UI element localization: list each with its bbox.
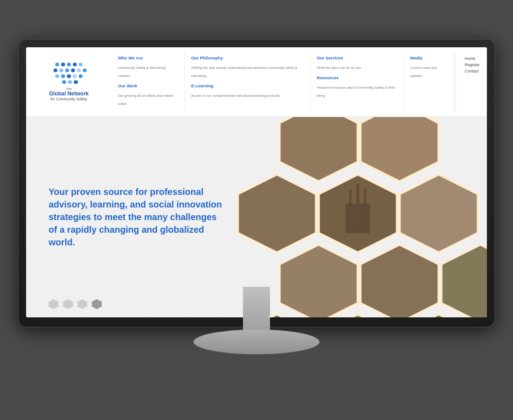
nav-sub-resources: Resources Featured resources about Commu… <box>317 75 397 99</box>
svg-rect-28 <box>352 211 357 221</box>
honeycomb-svg <box>220 117 487 317</box>
svg-rect-27 <box>346 203 370 233</box>
nav-desc-who-we-are: Community Safety & Well-being Leaders <box>118 66 166 78</box>
svg-marker-14 <box>360 244 438 317</box>
monitor-screen: The Global Network for Community Safety … <box>26 47 487 317</box>
nav-sub-elearning: E-Learning Access to our comprehensive w… <box>191 83 304 99</box>
site-header: The Global Network for Community Safety … <box>26 47 487 117</box>
monitor-stand-base <box>194 330 320 354</box>
nav-title-resources[interactable]: Resources <box>317 75 397 80</box>
pagination-area <box>49 299 102 309</box>
nav-link-register[interactable]: Register <box>464 63 480 67</box>
nav-desc-elearning: Access to our comprehensive web-based le… <box>191 94 280 98</box>
nav-title-elearning[interactable]: E-Learning <box>191 83 304 88</box>
website-container: The Global Network for Community Safety … <box>26 47 487 317</box>
nav-sub-our-work: Our Work Our growing list of clients and… <box>118 83 178 107</box>
nav-title-philosophy[interactable]: Our Philosophy <box>191 55 304 60</box>
nav-divider <box>455 52 456 112</box>
nav-col-philosophy: Our Philosophy Shifting the way society … <box>185 52 310 112</box>
nav-title-our-work[interactable]: Our Work <box>118 83 178 88</box>
logo-area: The Global Network for Community Safety <box>26 47 112 117</box>
nav-desc-resources: Featured resources about Community Safet… <box>317 86 396 98</box>
monitor-shell: The Global Network for Community Safety … <box>18 39 495 381</box>
svg-marker-2 <box>279 117 357 181</box>
svg-marker-10 <box>399 174 477 253</box>
logo-main-line2: for Community Safety <box>50 97 87 101</box>
honeycomb-area <box>220 117 487 317</box>
nav-col-media: Media Current news and updates <box>404 52 453 112</box>
hero-text-area: Your proven source for professional advi… <box>26 167 248 266</box>
nav-title-services[interactable]: Our Services <box>317 55 397 60</box>
nav-title-who-we-are[interactable]: Who We Are <box>118 55 178 60</box>
logo-main-line1: Global Network <box>49 90 89 97</box>
nav-link-home[interactable]: Home <box>464 56 480 61</box>
nav-area: Who We Are Community Safety & Well-being… <box>112 47 487 117</box>
nav-desc-philosophy: Shifting the way society understands and… <box>191 66 297 78</box>
nav-desc-our-work: Our growing list of clients and related … <box>118 94 173 106</box>
pagination-dot-3[interactable] <box>77 299 87 309</box>
pagination-dot-1[interactable] <box>49 299 58 309</box>
logo-prefix: The <box>66 87 72 90</box>
nav-title-media[interactable]: Media <box>410 55 446 60</box>
nav-desc-services: What the team can do for you <box>317 66 361 70</box>
nav-desc-media: Current news and updates <box>410 66 436 78</box>
nav-right-links: Home Register Contact <box>457 52 487 112</box>
svg-marker-6 <box>238 174 316 253</box>
hero-section: Your proven source for professional advi… <box>26 117 487 317</box>
nav-link-contact[interactable]: Contact <box>464 69 480 73</box>
monitor-bezel: The Global Network for Community Safety … <box>18 39 495 327</box>
svg-marker-12 <box>279 244 357 317</box>
pagination-dot-4[interactable] <box>92 299 102 309</box>
nav-col-services: Our Services What the team can do for yo… <box>310 52 404 112</box>
svg-marker-4 <box>360 117 438 181</box>
nav-col-who-we-are: Who We Are Community Safety & Well-being… <box>112 52 185 112</box>
hero-headline: Your proven source for professional advi… <box>49 185 225 248</box>
pagination-dot-2[interactable] <box>63 299 73 309</box>
